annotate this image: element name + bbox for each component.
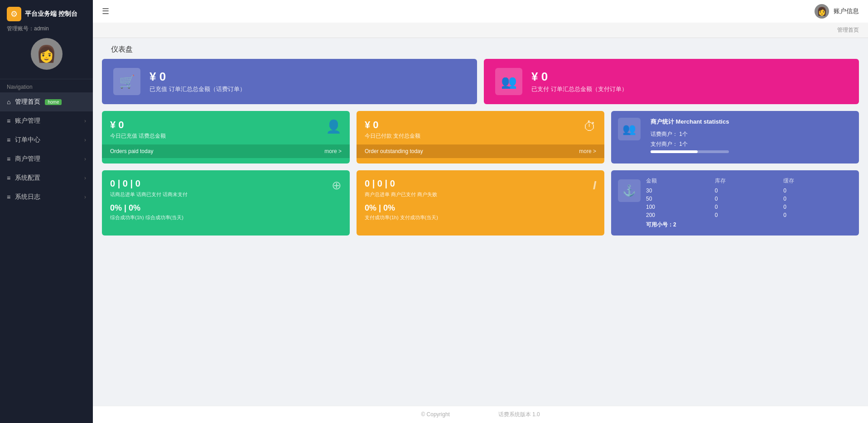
nav-label: Navigation (0, 79, 93, 92)
sidebar-logo: ⚙ 平台业务端 控制台 (7, 7, 86, 21)
bottom-card-green: ⊕ 0 | 0 | 0 话商总进单 话商已支付 话商未支付 0% | 0% 综合… (102, 170, 350, 236)
huafei-merchant-row: 话费商户： 1个 (651, 130, 729, 138)
sidebar: ⚙ 平台业务端 控制台 管理账号：admin 👩 Navigation ⌂ 管理… (0, 0, 93, 423)
row-200-stock: 0 (715, 212, 784, 218)
sidebar-item-home[interactable]: ⌂ 管理首页 home (0, 92, 93, 111)
yellow-counts: 0 | 0 | 0 (365, 178, 596, 189)
green-card-bottom: Orders paid today more > (102, 144, 350, 158)
main-content: ☰ 👩 账户信息 管理首页 仪表盘 🛒 ¥ 0 已充值 订单汇总总金额（话费订单… (93, 0, 868, 423)
search-plus-icon: ⊕ (332, 178, 342, 192)
chevron-right-icon-log: › (84, 194, 86, 200)
row-30-cache: 0 (783, 187, 852, 194)
sidebar-item-account[interactable]: ≡ 账户管理 › (0, 111, 93, 130)
merchant-icon: 👥 (618, 118, 641, 140)
home-badge: home (45, 99, 62, 105)
zhifu-merchant-row: 支付商户： 1个 (651, 140, 729, 148)
page-title: 仪表盘 (102, 38, 859, 59)
bottom-card-yellow: I 0 | 0 | 0 商户总进单 商户已支付 商户失败 0% | 0% 支付成… (357, 170, 604, 236)
row-100-cache: 0 (783, 204, 852, 210)
inventory-card: ⚓ 金额 库存 缓存 30 0 0 50 0 0 (611, 170, 859, 236)
topbar: ☰ 👩 账户信息 (93, 0, 868, 23)
mid-card-green: ¥ 0 今日已充值 话费总金额 👤 Orders paid today more… (102, 111, 350, 163)
green-count-labels: 话商总进单 话商已支付 话商未支付 (110, 191, 342, 198)
yellow-label: 今日已付款 支付总金额 (365, 132, 420, 140)
menu-toggle-button[interactable]: ☰ (102, 6, 109, 16)
merchant-bar-fill (651, 150, 698, 153)
sidebar-admin: 管理账号：admin (7, 25, 86, 33)
sidebar-account-label: 账户管理 (15, 117, 40, 125)
row-30-amount: 30 (646, 187, 715, 194)
yellow-bottom-text: Order outstanding today (365, 148, 423, 154)
green-label: 今日已充值 话费总金额 (110, 132, 166, 140)
sidebar-header: ⚙ 平台业务端 控制台 管理账号：admin 👩 (0, 0, 93, 79)
top-stats-row: 🛒 ¥ 0 已充值 订单汇总总金额（话费订单） 👥 ¥ 0 已支付 订单汇总总金… (102, 59, 859, 104)
user-name-label: 账户信息 (834, 7, 859, 15)
yellow-amount: ¥ 0 (365, 119, 420, 131)
footer: © Copyright 话费系统版本 1.0 (93, 406, 868, 423)
cart-icon: 🛒 (113, 68, 140, 95)
sidebar-log-label: 系统日志 (15, 193, 40, 201)
inventory-header: 金额 库存 缓存 (646, 177, 852, 185)
anchor-icon: ⚓ (618, 179, 641, 202)
copyright-text: © Copyright (421, 411, 450, 418)
user-check-icon: 👤 (326, 119, 342, 134)
list-icon-orders: ≡ (7, 136, 10, 144)
inventory-row-30: 30 0 0 (646, 187, 852, 194)
sidebar-merchant-label: 商户管理 (15, 155, 40, 163)
clock-icon: ⏱ (583, 119, 596, 134)
merchant-progress-bar (651, 150, 729, 153)
yellow-card-bottom: Order outstanding today more > (357, 144, 604, 158)
row-50-cache: 0 (783, 196, 852, 202)
green-rate: 0% | 0% (110, 203, 342, 213)
bottom-grid: ⊕ 0 | 0 | 0 话商总进单 话商已支付 话商未支付 0% | 0% 综合… (102, 170, 859, 236)
chevron-right-icon-system: › (84, 175, 86, 181)
sidebar-home-label: 管理首页 (15, 98, 40, 106)
chevron-right-icon-merchant: › (84, 156, 86, 162)
sidebar-item-system[interactable]: ≡ 系统配置 › (0, 168, 93, 187)
green-more-link[interactable]: more > (324, 148, 342, 154)
green-counts: 0 | 0 | 0 (110, 178, 342, 189)
version-info: 话费系统版本 1.0 (498, 411, 540, 418)
chevron-right-icon: › (84, 118, 86, 124)
inventory-row-50: 50 0 0 (646, 196, 852, 202)
user-avatar: 👩 (815, 4, 829, 19)
row-100-amount: 100 (646, 204, 715, 210)
inventory-row-200: 200 0 0 (646, 212, 852, 218)
mid-card-yellow: ¥ 0 今日已付款 支付总金额 ⏱ Order outstanding toda… (357, 111, 604, 163)
yellow-more-link[interactable]: more > (579, 148, 596, 154)
stat-card-zhifu: 👥 ¥ 0 已支付 订单汇总总金额（支付订单） (484, 59, 859, 104)
green-rate-labels: 综合成功率(1h) 综合成功率(当天) (110, 214, 342, 221)
row-50-stock: 0 (715, 196, 784, 202)
row-30-stock: 0 (715, 187, 784, 194)
green-bottom-text: Orders paid today (110, 148, 153, 154)
mid-grid: ¥ 0 今日已充值 话费总金额 👤 Orders paid today more… (102, 111, 859, 163)
row-50-amount: 50 (646, 196, 715, 202)
page-content: 仪表盘 🛒 ¥ 0 已充值 订单汇总总金额（话费订单） 👥 ¥ 0 已支付 订单… (93, 38, 868, 406)
home-icon: ⌂ (7, 98, 10, 106)
list-icon-merchant: ≡ (7, 155, 10, 163)
yellow-count-labels: 商户总进单 商户已支付 商户失败 (365, 191, 596, 198)
available-label: 可用小号：2 (646, 221, 852, 229)
sidebar-title: 平台业务端 控制台 (25, 10, 77, 18)
breadcrumb-text: 管理首页 (837, 26, 859, 34)
sidebar-item-merchant[interactable]: ≡ 商户管理 › (0, 149, 93, 168)
avatar: 👩 (31, 38, 63, 70)
sidebar-item-orders[interactable]: ≡ 订单中心 › (0, 130, 93, 149)
row-200-cache: 0 (783, 212, 852, 218)
list-icon-account: ≡ (7, 117, 10, 125)
sidebar-system-label: 系统配置 (15, 174, 40, 182)
zhifu-amount: ¥ 0 (531, 70, 627, 84)
zhifu-label: 已支付 订单汇总总金额（支付订单） (531, 85, 627, 93)
italic-icon: I (593, 178, 596, 192)
inventory-row-100: 100 0 0 (646, 204, 852, 210)
yellow-rate-labels: 支付成功率(1h) 支付成功率(当天) (365, 214, 596, 221)
col-stock: 库存 (715, 177, 784, 185)
sidebar-item-log[interactable]: ≡ 系统日志 › (0, 187, 93, 207)
stat-card-huafei: 🛒 ¥ 0 已充值 订单汇总总金额（话费订单） (102, 59, 477, 104)
huafei-amount: ¥ 0 (149, 70, 246, 84)
yellow-rate: 0% | 0% (365, 203, 596, 213)
logo-icon: ⚙ (7, 7, 21, 21)
chevron-right-icon-orders: › (84, 137, 86, 143)
huafei-label: 已充值 订单汇总总金额（话费订单） (149, 85, 246, 93)
list-icon-log: ≡ (7, 193, 10, 201)
